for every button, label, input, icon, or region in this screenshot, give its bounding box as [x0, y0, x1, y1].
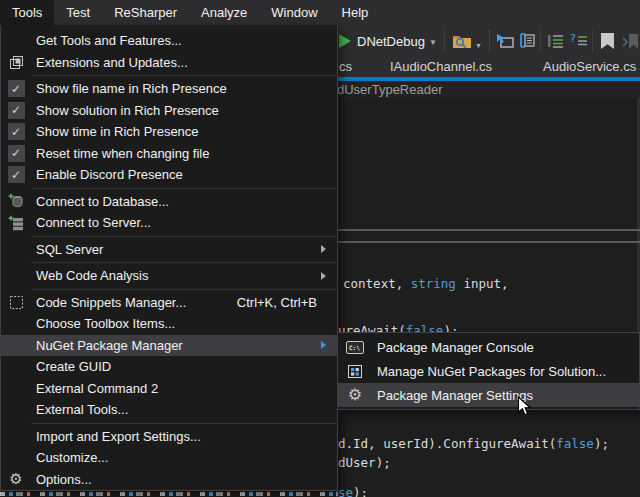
menu-item-nuget-package-manager[interactable]: NuGet Package Manager	[1, 335, 337, 357]
menu-item-code-snippets-manager[interactable]: Code Snippets Manager...Ctrl+K, Ctrl+B	[1, 292, 337, 314]
tab-iaudiochannel[interactable]: IAudioChannel.cs	[390, 59, 492, 74]
gear-icon: ⚙	[348, 387, 362, 403]
bookmark-arrow-icon	[622, 33, 640, 50]
menu-item-show-file-name-in-rich-presence[interactable]: ✓Show file name in Rich Presence	[1, 78, 337, 100]
menu-item-label: Package Manager Settings	[372, 388, 533, 403]
menubar-help[interactable]: Help	[330, 0, 381, 25]
clipped-code-under-menu	[0, 492, 338, 496]
editor-splitter-line[interactable]	[338, 229, 640, 231]
menu-item-label: External Command 2	[31, 381, 158, 396]
checkmark-icon: ✓	[8, 166, 25, 183]
svg-text:?: ?	[570, 32, 576, 45]
menu-item-external-command-2[interactable]: External Command 2	[1, 378, 337, 400]
menu-item-label: Show time in Rich Presence	[31, 124, 199, 139]
menu-bar: Tools Test ReSharper Analyze Window Help	[0, 0, 640, 25]
menu-item-web-code-analysis[interactable]: Web Code Analysis	[1, 265, 337, 287]
menu-item-extensions-and-updates[interactable]: Extensions and Updates...	[1, 52, 337, 74]
run-configuration-dropdown[interactable]: DNetDebug	[357, 34, 425, 49]
next-bookmark-button[interactable]	[622, 33, 640, 54]
menubar-window[interactable]: Window	[259, 0, 329, 25]
editor-splitter-line[interactable]	[338, 241, 640, 243]
menu-item-label: Code Snippets Manager...	[31, 295, 186, 310]
menu-item-connect-to-database[interactable]: Connect to Database...	[1, 191, 337, 213]
tab-audioservice[interactable]: AudioService.cs	[543, 59, 636, 74]
database-add-icon	[8, 193, 24, 209]
tab-clipped[interactable]: cs	[339, 59, 352, 74]
mouse-cursor	[517, 396, 531, 421]
navigate-box-icon	[495, 33, 514, 49]
menu-item-package-manager-console[interactable]: C:\Package Manager Console	[338, 335, 639, 359]
menu-item-label: Package Manager Console	[372, 340, 534, 355]
menu-item-package-manager-settings[interactable]: ⚙Package Manager Settings	[338, 383, 639, 407]
menu-separator	[31, 262, 336, 263]
menu-item-choose-toolbox-items[interactable]: Choose Toolbox Items...	[1, 313, 337, 335]
menu-item-show-solution-in-rich-presence[interactable]: ✓Show solution in Rich Presence	[1, 100, 337, 122]
view-code-structure-button[interactable]	[517, 32, 536, 53]
format-question-button[interactable]: ?	[570, 32, 589, 53]
menu-item-import-and-export-settings[interactable]: Import and Export Settings...	[1, 426, 337, 448]
menu-item-label: Enable Discord Presence	[31, 167, 183, 182]
menu-item-external-tools[interactable]: External Tools...	[1, 399, 337, 421]
tools-dropdown-menu: Get Tools and Features...Extensions and …	[0, 25, 338, 491]
checkmark-icon: ✓	[8, 80, 25, 97]
menu-item-label: External Tools...	[31, 402, 128, 417]
chevron-down-icon[interactable]: ▼	[475, 42, 482, 49]
nuget-package-manager-submenu: C:\Package Manager ConsoleManage NuGet P…	[337, 332, 640, 410]
code-snippets-icon	[9, 295, 24, 310]
menu-item-show-time-in-rich-presence[interactable]: ✓Show time in Rich Presence	[1, 121, 337, 143]
menu-item-create-guid[interactable]: Create GUID	[1, 356, 337, 378]
menu-separator	[31, 423, 336, 424]
menu-item-sql-server[interactable]: SQL Server	[1, 239, 337, 261]
toolbar-separator	[444, 30, 445, 52]
code-line: se);	[338, 485, 368, 497]
visual-studio-window: context, string input, ureAwait(false); …	[0, 0, 640, 497]
checkmark-icon: ✓	[8, 145, 25, 162]
menu-separator	[31, 289, 336, 290]
menubar-test[interactable]: Test	[54, 0, 102, 25]
navigate-to-button[interactable]	[495, 33, 514, 53]
chevron-down-icon[interactable]: ▼	[429, 38, 437, 47]
menu-separator	[31, 188, 336, 189]
toolbar-separator	[592, 30, 593, 52]
menu-item-label: Connect to Server...	[31, 215, 151, 230]
gear-icon: ⚙	[9, 472, 22, 487]
toolbar-separator	[540, 30, 541, 52]
start-debug-button[interactable]	[339, 34, 351, 48]
menu-item-customize[interactable]: Customize...	[1, 447, 337, 469]
menu-item-get-tools-and-features[interactable]: Get Tools and Features...	[1, 30, 337, 52]
server-add-icon	[8, 215, 24, 231]
toggle-bookmark-button[interactable]	[601, 33, 614, 49]
format-lines-button[interactable]	[547, 34, 565, 52]
menu-item-label: Choose Toolbox Items...	[31, 316, 175, 331]
menubar-resharper[interactable]: ReSharper	[102, 0, 189, 25]
breadcrumb-type-name[interactable]: dUserTypeReader	[337, 82, 443, 97]
menu-separator	[31, 236, 336, 237]
code-line: dUser);	[338, 455, 391, 470]
menu-item-label: Create GUID	[31, 359, 111, 374]
console-icon: C:\	[346, 341, 364, 354]
toolbar-separator-dotted	[489, 30, 490, 52]
menu-item-enable-discord-presence[interactable]: ✓Enable Discord Presence	[1, 164, 337, 186]
checkmark-icon: ✓	[8, 102, 25, 119]
find-in-files-button[interactable]	[452, 32, 472, 53]
menu-item-label: Extensions and Updates...	[31, 55, 188, 70]
folder-search-icon	[452, 32, 472, 49]
code-line: context, string input,	[343, 276, 509, 291]
menubar-analyze[interactable]: Analyze	[189, 0, 259, 25]
menu-item-label: Get Tools and Features...	[31, 33, 182, 48]
nuget-package-icon	[347, 364, 363, 379]
menu-item-label: SQL Server	[31, 242, 103, 257]
menu-item-label: Options...	[31, 472, 92, 487]
run-configuration-label: DNetDebug	[357, 34, 425, 49]
menubar-tools[interactable]: Tools	[0, 0, 54, 25]
menu-item-manage-nuget-packages-for-solution[interactable]: Manage NuGet Packages for Solution...	[338, 359, 639, 383]
submenu-arrow-icon	[321, 272, 326, 280]
menu-item-reset-time-when-changing-file[interactable]: ✓Reset time when changing file	[1, 143, 337, 165]
menu-item-connect-to-server[interactable]: Connect to Server...	[1, 212, 337, 234]
play-icon	[339, 34, 351, 48]
checkmark-icon: ✓	[8, 123, 25, 140]
menu-item-shortcut: Ctrl+K, Ctrl+B	[237, 295, 337, 310]
submenu-arrow-icon	[321, 341, 326, 349]
menu-item-label: Show file name in Rich Presence	[31, 81, 227, 96]
menu-item-options[interactable]: ⚙Options...	[1, 469, 337, 491]
